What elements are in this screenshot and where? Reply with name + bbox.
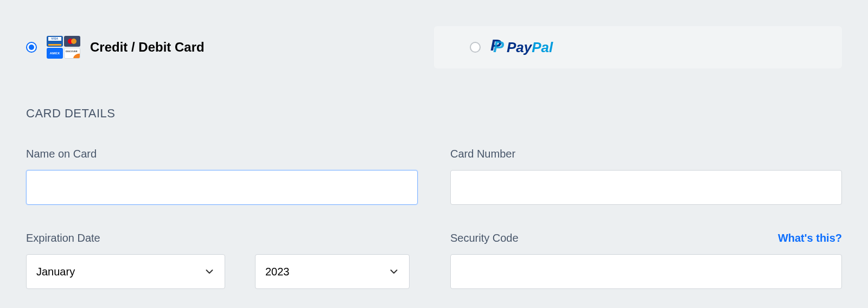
mastercard-icon <box>64 36 80 47</box>
name-on-card-label: Name on Card <box>26 148 418 160</box>
card-option-label: Credit / Debit Card <box>90 40 205 55</box>
security-code-field: Security Code What's this? <box>450 232 842 289</box>
payment-option-card[interactable]: DISCOVER Credit / Debit Card <box>26 26 434 68</box>
expiration-date-field: Expiration Date January 2023 <box>26 232 418 289</box>
card-details-heading: CARD DETAILS <box>26 106 842 121</box>
amex-icon <box>47 48 63 59</box>
payment-option-paypal[interactable]: P P PayPal <box>434 26 842 68</box>
expiration-month-select[interactable]: January <box>26 254 225 289</box>
card-brand-icons: DISCOVER <box>47 36 80 59</box>
card-radio[interactable] <box>26 42 37 53</box>
paypal-logo-icon: P P PayPal <box>490 39 553 56</box>
expiration-month-wrap: January <box>26 254 225 289</box>
card-number-field: Card Number <box>450 148 842 205</box>
security-code-input[interactable] <box>450 254 842 289</box>
paypal-radio[interactable] <box>470 42 481 53</box>
whats-this-link[interactable]: What's this? <box>778 232 842 244</box>
discover-icon: DISCOVER <box>64 48 80 59</box>
expiration-year-wrap: 2023 <box>255 254 410 289</box>
expiration-date-label: Expiration Date <box>26 232 418 244</box>
payment-method-selector: DISCOVER Credit / Debit Card P P PayPal <box>26 26 842 68</box>
security-code-label: Security Code <box>450 232 519 244</box>
name-on-card-input[interactable] <box>26 170 418 205</box>
visa-icon <box>47 36 63 47</box>
payment-form-container: DISCOVER Credit / Debit Card P P PayPal … <box>0 0 868 289</box>
expiration-year-select[interactable]: 2023 <box>255 254 410 289</box>
card-number-label: Card Number <box>450 148 842 160</box>
name-on-card-field: Name on Card <box>26 148 418 205</box>
card-number-input[interactable] <box>450 170 842 205</box>
card-details-form: Name on Card Card Number Expiration Date… <box>26 148 842 289</box>
